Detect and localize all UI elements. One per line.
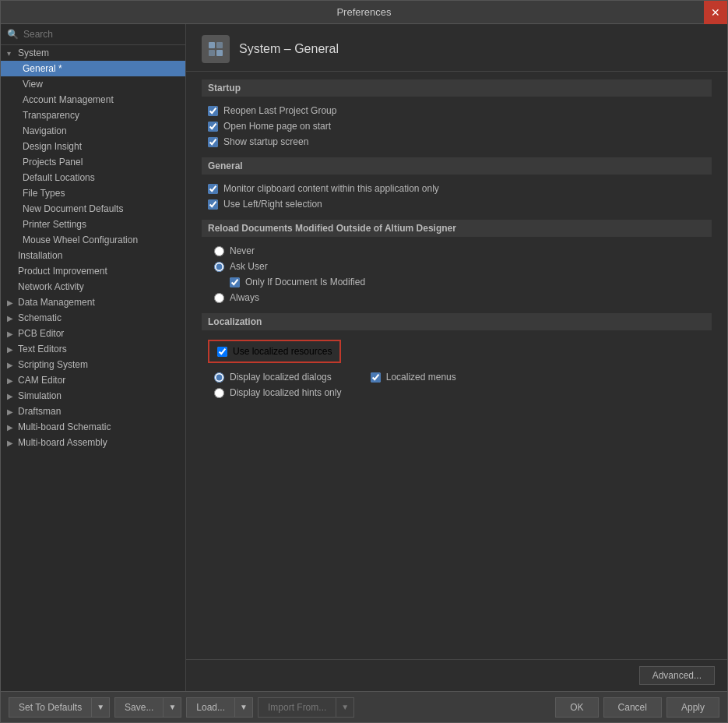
text-editors-arrow: ▶ xyxy=(7,345,18,354)
show-startup-screen-checkbox[interactable] xyxy=(208,137,218,147)
open-home-page-row: Open Home page on start xyxy=(202,118,712,134)
load-button[interactable]: Load... xyxy=(186,697,235,718)
title-bar: Preferences ✕ xyxy=(1,1,727,24)
advanced-button[interactable]: Advanced... xyxy=(639,666,715,685)
sidebar-item-installation[interactable]: Installation xyxy=(1,248,185,263)
ask-user-radio[interactable] xyxy=(214,262,224,272)
use-localized-resources-checkbox[interactable] xyxy=(217,347,227,357)
file-types-label: File Types xyxy=(23,188,65,199)
apply-button[interactable]: Apply xyxy=(666,697,719,718)
sidebar-item-system[interactable]: ▾ System xyxy=(1,45,185,61)
sidebar-item-schematic[interactable]: ▶ Schematic xyxy=(1,310,185,326)
only-if-modified-row: Only If Document Is Modified xyxy=(202,274,712,290)
main-area: 🔍 ▾ System General * View Account Manage… xyxy=(1,24,727,691)
svg-rect-0 xyxy=(209,42,215,48)
reopen-last-project-checkbox[interactable] xyxy=(208,106,218,116)
system-arrow: ▾ xyxy=(7,49,18,58)
sidebar-item-pcb-editor[interactable]: ▶ PCB Editor xyxy=(1,326,185,341)
data-management-label: Data Management xyxy=(18,297,95,308)
close-button[interactable]: ✕ xyxy=(704,1,727,24)
action-buttons: OK Cancel Apply xyxy=(555,697,719,718)
open-home-page-checkbox[interactable] xyxy=(208,122,218,132)
draftsman-label: Draftsman xyxy=(18,406,61,417)
only-if-modified-checkbox[interactable] xyxy=(230,277,240,287)
sidebar-item-simulation[interactable]: ▶ Simulation xyxy=(1,388,185,404)
sidebar-item-default-locations[interactable]: Default Locations xyxy=(1,170,185,185)
sidebar-item-general[interactable]: General * xyxy=(1,61,185,76)
load-arrow[interactable]: ▼ xyxy=(235,697,253,718)
search-input[interactable] xyxy=(23,29,179,40)
content-area: System – General Startup Reopen Last Pro… xyxy=(186,24,727,691)
content-body: Startup Reopen Last Project Group Open H… xyxy=(186,72,727,659)
display-localized-hints-row: Display localized hints only xyxy=(202,385,712,400)
ok-button[interactable]: OK xyxy=(555,697,598,718)
use-left-right-checkbox[interactable] xyxy=(208,199,218,210)
navigation-label: Navigation xyxy=(23,125,67,136)
sidebar-item-projects-panel[interactable]: Projects Panel xyxy=(1,154,185,170)
set-to-defaults-group: Set To Defaults ▼ xyxy=(9,697,110,718)
set-to-defaults-arrow[interactable]: ▼ xyxy=(92,697,110,718)
general-label: General * xyxy=(23,63,62,74)
sidebar-item-cam-editor[interactable]: ▶ CAM Editor xyxy=(1,372,185,388)
general-section-header: General xyxy=(202,157,712,175)
preferences-dialog: Preferences ✕ 🔍 ▾ System General * View … xyxy=(0,0,728,723)
localized-menus-group: Localized menus xyxy=(371,372,456,383)
schematic-arrow: ▶ xyxy=(7,314,18,323)
sidebar-item-transparency[interactable]: Transparency xyxy=(1,108,185,123)
never-label: Never xyxy=(230,245,255,256)
cam-editor-label: CAM Editor xyxy=(18,375,65,386)
printer-settings-label: Printer Settings xyxy=(23,219,86,230)
simulation-label: Simulation xyxy=(18,390,62,401)
transparency-label: Transparency xyxy=(23,110,79,121)
always-radio[interactable] xyxy=(214,293,224,303)
save-button[interactable]: Save... xyxy=(114,697,164,718)
multi-board-schematic-label: Multi-board Schematic xyxy=(18,421,111,432)
dialog-title: Preferences xyxy=(336,6,391,18)
display-localized-dialogs-radio[interactable] xyxy=(214,372,224,383)
view-label: View xyxy=(23,79,43,90)
sidebar-item-multi-board-schematic[interactable]: ▶ Multi-board Schematic xyxy=(1,419,185,435)
use-localized-resources-label: Use localized resources xyxy=(233,346,332,357)
always-label: Always xyxy=(230,292,259,303)
never-row: Never xyxy=(202,243,712,259)
multi-board-schematic-arrow: ▶ xyxy=(7,423,18,432)
schematic-label: Schematic xyxy=(18,312,62,323)
sidebar-item-text-editors[interactable]: ▶ Text Editors xyxy=(1,341,185,357)
use-left-right-label: Use Left/Right selection xyxy=(223,199,322,210)
display-localized-hints-radio[interactable] xyxy=(214,388,224,398)
monitor-clipboard-checkbox[interactable] xyxy=(208,184,218,194)
sidebar-item-data-management[interactable]: ▶ Data Management xyxy=(1,294,185,310)
save-group: Save... ▼ xyxy=(114,697,181,718)
sidebar-item-product-improvement[interactable]: Product Improvement xyxy=(1,263,185,279)
cam-editor-arrow: ▶ xyxy=(7,376,18,385)
sidebar-item-navigation[interactable]: Navigation xyxy=(1,123,185,139)
sidebar-item-view[interactable]: View xyxy=(1,76,185,92)
monitor-clipboard-label: Monitor clipboard content within this ap… xyxy=(223,183,439,194)
search-box: 🔍 xyxy=(1,24,185,45)
installation-label: Installation xyxy=(18,250,62,261)
never-radio[interactable] xyxy=(214,246,224,256)
new-document-defaults-label: New Document Defaults xyxy=(23,203,123,214)
sidebar-item-scripting-system[interactable]: ▶ Scripting System xyxy=(1,357,185,372)
content-header: System – General xyxy=(186,24,727,72)
sidebar-item-mouse-wheel-configuration[interactable]: Mouse Wheel Configuration xyxy=(1,232,185,248)
ask-user-row: Ask User xyxy=(202,259,712,274)
cancel-button[interactable]: Cancel xyxy=(603,697,662,718)
sidebar-item-account-management[interactable]: Account Management xyxy=(1,92,185,108)
sidebar-item-network-activity[interactable]: Network Activity xyxy=(1,279,185,294)
sidebar-item-new-document-defaults[interactable]: New Document Defaults xyxy=(1,201,185,217)
localized-menus-checkbox[interactable] xyxy=(371,372,381,383)
mouse-wheel-configuration-label: Mouse Wheel Configuration xyxy=(23,235,138,245)
svg-rect-3 xyxy=(216,50,223,56)
reopen-last-project-row: Reopen Last Project Group xyxy=(202,103,712,118)
import-from-button: Import From... xyxy=(258,697,336,718)
sidebar-item-file-types[interactable]: File Types xyxy=(1,185,185,201)
footer-area: Advanced... xyxy=(186,659,727,691)
save-arrow[interactable]: ▼ xyxy=(164,697,181,718)
sidebar-item-printer-settings[interactable]: Printer Settings xyxy=(1,217,185,232)
set-to-defaults-button[interactable]: Set To Defaults xyxy=(9,697,92,718)
bottom-bar: Set To Defaults ▼ Save... ▼ Load... ▼ Im… xyxy=(1,691,727,722)
sidebar-item-multi-board-assembly[interactable]: ▶ Multi-board Assembly xyxy=(1,435,185,450)
sidebar-item-design-insight[interactable]: Design Insight xyxy=(1,139,185,154)
sidebar-item-draftsman[interactable]: ▶ Draftsman xyxy=(1,404,185,419)
